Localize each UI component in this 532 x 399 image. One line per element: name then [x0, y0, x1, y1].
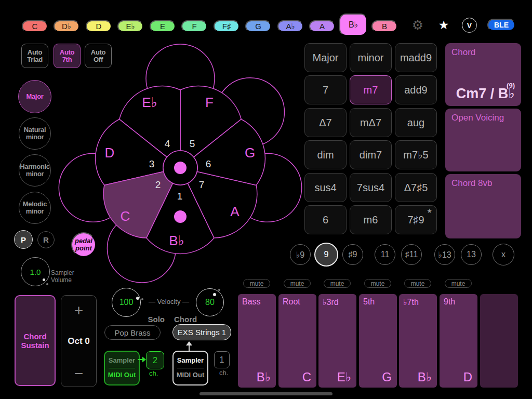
open-voicing-button[interactable]: Open Voicing: [445, 109, 521, 171]
quality-maj7-button[interactable]: Δ7: [304, 108, 347, 137]
harmony-wheel: B♭ C D E♭ F G A 1 2 3 4 5 6 7: [47, 36, 307, 291]
quality-m7-button-selected[interactable]: m7: [350, 75, 392, 104]
note-button-f[interactable]: F: [181, 20, 207, 32]
solo-instrument-select[interactable]: Pop Brass: [104, 325, 161, 340]
wheel-label-f: F: [205, 95, 214, 110]
quality-maj7s5-button[interactable]: Δ7♯5: [395, 173, 437, 202]
mute-b7th-button[interactable]: mute: [404, 279, 431, 288]
quality-sus4-button[interactable]: sus4: [304, 173, 347, 202]
quality-aug-button[interactable]: aug: [395, 108, 437, 137]
chord-8vb-button[interactable]: Chord 8vb: [445, 174, 521, 238]
hub-dot: [174, 162, 187, 174]
wheel-label-eb: E♭: [142, 95, 157, 110]
home-indicator-bar[interactable]: [200, 392, 332, 395]
mute-5th-button[interactable]: mute: [364, 279, 391, 288]
quality-madd9-button[interactable]: madd9: [395, 43, 437, 72]
note-button-a[interactable]: A: [309, 20, 335, 32]
quality-major-button[interactable]: Major: [304, 43, 347, 72]
solo-velocity-indicator-dot: [136, 297, 139, 300]
octave-down-button[interactable]: −: [61, 365, 96, 382]
chord-midi-out-button[interactable]: Sampler MIDI Out: [172, 351, 208, 385]
solo-midi-channel-box[interactable]: 2: [146, 351, 164, 369]
chord-velocity-knob[interactable]: 80: [196, 288, 224, 316]
favorites-star-icon[interactable]: ★: [436, 17, 451, 33]
ext-b13-button[interactable]: ♭13: [434, 244, 455, 265]
p-toggle-button[interactable]: P: [14, 230, 33, 249]
quality-7sus4-button[interactable]: 7sus4: [350, 173, 392, 202]
voice-column-bass[interactable]: Bass B♭: [238, 294, 276, 388]
solo-velocity-value: 100: [119, 298, 134, 307]
wheel-label-a: A: [230, 204, 240, 219]
octave-stepper: + Oct 0 −: [61, 295, 97, 387]
ext-11-button[interactable]: 11: [375, 244, 395, 265]
solo-velocity-knob[interactable]: 100: [112, 288, 141, 317]
wheel-degree-3: 3: [149, 158, 155, 169]
quality-7s9-button[interactable]: ★ 7♯9: [395, 205, 437, 234]
scale-melodic-minor-button[interactable]: Melodic minor: [19, 192, 51, 224]
ext-13-button[interactable]: 13: [461, 244, 482, 265]
voice-column-b7th[interactable]: ♭7th B♭: [399, 294, 437, 388]
voice-column-5th[interactable]: 5th G: [359, 294, 397, 388]
chord-midi-channel-box[interactable]: 1: [214, 351, 230, 368]
solo-midi-out-button[interactable]: Sampler MIDI Out: [104, 351, 140, 385]
voicing-v-button[interactable]: V: [462, 18, 477, 33]
voice-role-label: Root: [283, 297, 300, 307]
note-button-fs[interactable]: F♯: [214, 20, 240, 32]
scale-harmonic-minor-button[interactable]: Harmonic minor: [19, 154, 51, 187]
note-button-c[interactable]: C: [22, 20, 48, 32]
favorite-quality-star-icon: ★: [427, 207, 432, 215]
scale-natural-minor-button[interactable]: Natural minor: [19, 117, 51, 150]
mute-9th-button[interactable]: mute: [445, 279, 472, 288]
wheel-degree-1: 1: [177, 191, 183, 202]
quality-add9-button[interactable]: add9: [395, 75, 437, 104]
note-button-g[interactable]: G: [245, 20, 271, 32]
divider: [177, 368, 204, 368]
octave-up-button[interactable]: +: [61, 302, 96, 320]
chord-sustain-button[interactable]: Chord Sustain: [15, 295, 56, 386]
mute-b3rd-button[interactable]: mute: [324, 279, 351, 288]
chord-instrument-select[interactable]: EXS Strings 1: [172, 324, 231, 340]
velocity-label: — Velocity —: [144, 298, 194, 305]
note-button-d[interactable]: D: [86, 20, 112, 32]
voice-role-label: 5th: [363, 297, 375, 307]
quality-7-button[interactable]: 7: [304, 75, 347, 104]
note-button-ab[interactable]: A♭: [277, 20, 303, 32]
wheel-label-bb: B♭: [169, 233, 184, 248]
voice-note-label: C: [302, 370, 311, 384]
quality-6-button[interactable]: 6: [304, 205, 347, 234]
sampler-volume-knob[interactable]: 1.0: [21, 257, 50, 286]
quality-dim7-button[interactable]: dim7: [350, 140, 392, 169]
voice-column-b3rd[interactable]: ♭3rd E♭: [318, 294, 356, 388]
bluetooth-ble-button[interactable]: BLE: [487, 19, 515, 31]
auto-triad-button[interactable]: Auto Triad: [21, 44, 48, 68]
chord-display-panel[interactable]: Chord (9) Cm7 / B♭: [445, 43, 521, 106]
chord-velocity-max-dot: [218, 289, 220, 291]
ext-clear-x-button[interactable]: x: [493, 244, 514, 265]
solo-group-label: Solo: [136, 315, 165, 324]
voice-column-empty[interactable]: [480, 294, 518, 388]
quality-minor-button[interactable]: minor: [350, 43, 392, 72]
mute-bass-button[interactable]: mute: [243, 279, 270, 288]
quality-mmaj7-button[interactable]: mΔ7: [350, 108, 392, 137]
chord-8vb-label: Chord 8vb: [451, 178, 492, 189]
note-button-bb-selected[interactable]: B♭: [339, 14, 367, 36]
voice-note-label: G: [382, 370, 392, 384]
voice-role-label: 9th: [444, 297, 455, 307]
voice-column-root[interactable]: Root C: [278, 294, 316, 388]
note-button-e[interactable]: E: [150, 20, 176, 32]
note-button-eb[interactable]: E♭: [117, 20, 143, 32]
note-button-db[interactable]: D♭: [54, 20, 79, 32]
voice-column-9th[interactable]: 9th D: [440, 294, 477, 388]
ext-s9-button[interactable]: ♯9: [342, 244, 363, 265]
quality-m7b5-button[interactable]: m7♭5: [395, 140, 437, 169]
quality-dim-button[interactable]: dim: [304, 140, 347, 169]
quality-m6-button[interactable]: m6: [350, 205, 392, 234]
ext-s11-button[interactable]: ♯11: [401, 244, 422, 265]
chord-midi-title: Sampler: [174, 356, 207, 364]
ext-b9-button[interactable]: ♭9: [290, 244, 311, 265]
ext-9-button-selected[interactable]: 9: [314, 243, 338, 267]
mute-root-button[interactable]: mute: [284, 279, 311, 288]
voice-note-label: B♭: [418, 370, 432, 384]
settings-gear-icon[interactable]: ⚙: [410, 17, 425, 33]
note-button-b[interactable]: B: [371, 20, 397, 32]
